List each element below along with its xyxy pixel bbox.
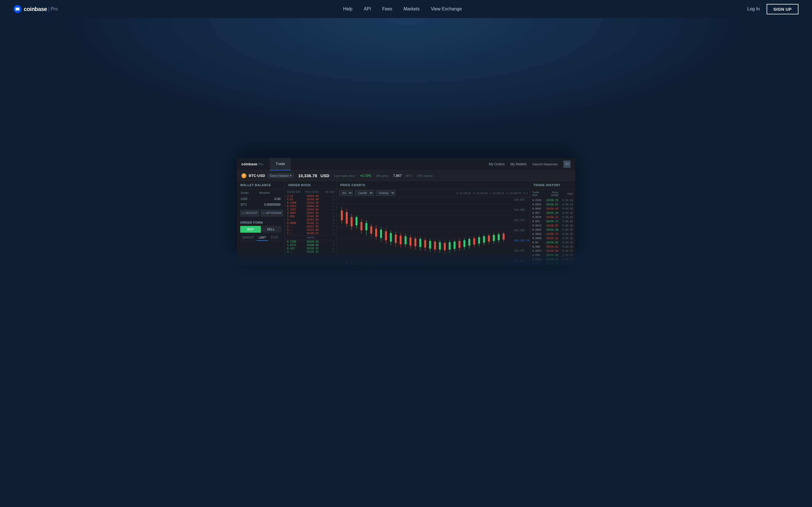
nav-links: Help API Fees Markets View Exchange — [343, 6, 462, 11]
deposit-button[interactable]: + DEPOSIT — [240, 210, 259, 216]
trades-panel: Trade History Trade Size Price (USD) Tim… — [530, 181, 575, 266]
ob-sell-row[interactable]: 1...10340.65- — [285, 231, 337, 235]
trade-size: 0.0463 — [530, 228, 544, 231]
svg-rect-29 — [395, 235, 397, 243]
market-volume: 7,867 — [393, 174, 402, 178]
withdraw-button[interactable]: − WITHDRAW — [261, 210, 283, 216]
orderbook-column-headers: Market Size Price (USD) My Size — [285, 189, 337, 194]
chart-type-select[interactable]: Candle — [355, 190, 373, 196]
trade-row: 0.0952 10336.81 9:50:14 — [530, 203, 574, 206]
nav-link-help[interactable]: Help — [343, 6, 352, 11]
trades-col-size: Trade Size — [530, 190, 544, 198]
chevron-down-icon: ▾ — [290, 174, 292, 177]
ob-sell-row[interactable]: 1.06610342.90- — [285, 215, 337, 218]
ob-sell-row[interactable]: 2...10342.85- — [285, 218, 337, 221]
charts-header: Price Charts — [337, 181, 530, 189]
trade-time: 9:49:40 — [560, 219, 574, 223]
trade-row: 0.0102 10338.78 9:50:10 — [530, 198, 574, 202]
wallet-amount-usd: 0.00 — [256, 196, 284, 202]
price-label-6: $10,300 — [514, 260, 529, 262]
trade-row: 0.0463 10336.38 9:49:38 — [530, 228, 574, 231]
trade-size: 0.0047 — [530, 207, 544, 210]
trade-price: 10336.71 — [544, 219, 560, 223]
svg-rect-67 — [488, 236, 490, 242]
ob-sell-row[interactable]: 0.592210344.30- — [285, 205, 337, 208]
order-type-market[interactable]: MARKET — [240, 235, 257, 241]
trade-size: 0.0046 — [530, 236, 544, 240]
nav-login-link[interactable]: Log In — [747, 6, 760, 11]
preview-section: coinbase Pro Trade My Orders My Wallets … — [0, 158, 812, 266]
svg-rect-57 — [463, 240, 465, 247]
timeframe-select[interactable]: 5m — [339, 190, 353, 196]
nav-link-markets[interactable]: Markets — [403, 6, 419, 11]
wallet-actions: + DEPOSIT − WITHDRAW — [237, 208, 285, 219]
ohlc-c: C: 10,336.78 — [506, 192, 521, 194]
price-label-5: $10,325 — [514, 249, 529, 252]
ob-sell-row[interactable]: 2...10341.95- — [285, 225, 337, 228]
my-orders-btn[interactable]: My Orders — [489, 162, 505, 166]
svg-rect-11 — [351, 217, 353, 226]
ob-sell-row[interactable]: 0.068810342.15- — [285, 221, 337, 225]
wallet-row-btc: BTC 0.00000000 — [238, 202, 284, 207]
trade-time: 9:49:35 — [560, 258, 574, 261]
ob-sell-row[interactable]: 1.748710344.00- — [285, 208, 337, 211]
candlestick-svg — [337, 197, 513, 266]
institution-link[interactable]: Institution? Coinbase Prime → — [375, 130, 437, 135]
trade-row: 0.0054 10336.46 9:49:35 — [530, 258, 574, 261]
trade-row: 0.03 10336.66 9:49:38 — [530, 240, 574, 244]
ob-sell-price-0: 10344.45 — [303, 194, 319, 198]
trade-price: 10336.46 — [544, 258, 560, 261]
buy-tab[interactable]: BUY — [240, 226, 261, 233]
sell-orders: 3.1410344.45- 0.0110344.40- 0.299910344.… — [285, 194, 337, 235]
market-price-label: Last trade price — [334, 174, 355, 177]
ob-sell-row[interactable]: 0.299910344.36- — [285, 201, 337, 205]
svg-rect-9 — [346, 212, 348, 224]
trade-tab[interactable]: Trade — [270, 158, 290, 170]
nav-link-fees[interactable]: Fees — [382, 6, 393, 11]
ob-sell-row[interactable]: 3.1410344.45- — [285, 194, 337, 198]
select-market-button[interactable]: Select Market ▾ — [267, 173, 294, 178]
ob-col-price: Price (USD) — [303, 190, 319, 193]
trade-price: 10336.42 — [544, 245, 560, 248]
my-wallets-btn[interactable]: My Wallets — [510, 162, 527, 166]
nav-link-exchange[interactable]: View Exchange — [431, 6, 462, 11]
order-type-stop[interactable]: STOP — [268, 235, 280, 241]
user-avatar[interactable]: SN — [563, 161, 571, 168]
ob-sell-row[interactable]: 0.0110344.40- — [285, 198, 337, 201]
trade-price: 10336.05 — [544, 224, 560, 227]
ob-buy-row[interactable]: 0.12210339.25- — [285, 247, 337, 250]
svg-rect-45 — [434, 242, 436, 249]
ob-buy-row[interactable]: 0.759910340.50- — [285, 240, 337, 243]
trade-time: 9:49:58 — [560, 207, 574, 210]
overlay-select[interactable]: Overlay — [376, 190, 395, 196]
svg-rect-19 — [370, 226, 372, 234]
preview-nav-right: My Orders My Wallets Satoshi Nakamoto SN — [489, 161, 571, 168]
get-started-button[interactable]: GET STARTED — [372, 112, 440, 126]
trade-price: 10338.78 — [544, 198, 560, 202]
ob-col-market-size: Market Size — [287, 190, 303, 193]
ob-sell-row[interactable]: 2...10341.80- — [285, 228, 337, 231]
trade-size: 0.03 — [530, 240, 544, 244]
wallet-row-usd: USD 0.00 — [238, 196, 284, 202]
trade-price: 10336.46 — [544, 253, 560, 257]
nav-link-api[interactable]: API — [364, 6, 371, 11]
ob-buy-row[interactable]: 3...10335.54- — [285, 250, 337, 253]
trade-price: 10336.13 — [544, 215, 560, 219]
sell-tab[interactable]: SELL — [261, 226, 282, 233]
preview-logo-text: coinbase — [241, 162, 257, 166]
svg-rect-7 — [341, 210, 343, 220]
ohlc-h: H: 10,338.05 — [473, 192, 488, 194]
order-type-limit[interactable]: LIMIT — [257, 235, 268, 241]
nav-signup-button[interactable]: SIGN UP — [767, 4, 799, 14]
deposit-icon: + — [242, 212, 245, 215]
svg-rect-75 — [346, 262, 348, 266]
trade-row: 0.006 10336.46 9:49:35 — [530, 253, 574, 257]
svg-rect-15 — [360, 222, 362, 230]
trade-time: 9:49:38 — [560, 224, 574, 227]
ob-buy-row[interactable]: 1.437110340.00- — [285, 243, 337, 247]
market-bar: ₿ BTC-USD Select Market ▾ 10,336.78 USD … — [237, 170, 575, 181]
svg-rect-69 — [493, 235, 495, 241]
trading-interface-preview: coinbase Pro Trade My Orders My Wallets … — [237, 158, 575, 266]
ob-sell-row[interactable]: 0.004710343.95- — [285, 211, 337, 215]
ohlc-v: V: 0 — [523, 192, 527, 194]
